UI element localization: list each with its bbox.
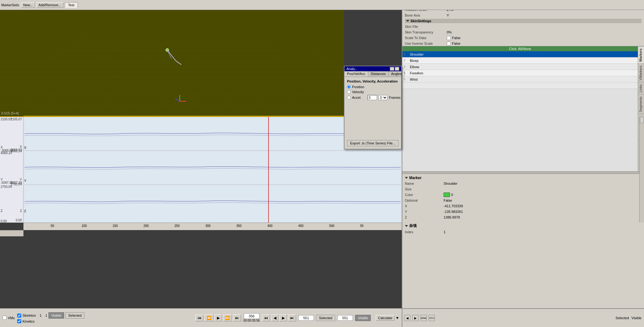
transport-to-end[interactable]: ⏭: [233, 314, 241, 321]
skeleton-selected-btn[interactable]: Selected: [65, 312, 84, 319]
vms-checkbox[interactable]: [3, 316, 7, 320]
graph-yval-1: 2105.07: [1, 118, 12, 121]
transport-play[interactable]: ▶: [214, 314, 222, 321]
total-frames2: 551: [337, 315, 353, 321]
vtab-segments[interactable]: Segments: [638, 94, 644, 114]
status-bar: [0, 230, 23, 236]
ruler-tick-350: 350: [236, 224, 242, 228]
export-btn[interactable]: Export .ts (Time Series) File...: [347, 140, 399, 146]
transport-end2[interactable]: ⏭: [288, 314, 296, 321]
mp-name-value: Shoulder: [444, 182, 457, 185]
transport-next-frame[interactable]: ⏩: [223, 314, 232, 321]
kinetics-checkbox[interactable]: [17, 319, 21, 323]
triangle-icon: [406, 20, 409, 22]
panel-separator[interactable]: [402, 171, 644, 174]
new-button[interactable]: New...: [21, 2, 35, 8]
use-inverse-scale-checkbox[interactable]: [447, 42, 451, 46]
tab-posvelacc[interactable]: Pos/Vel/Acc: [345, 71, 368, 77]
transport-prev-frame[interactable]: ⏪: [204, 314, 214, 321]
tab-angles[interactable]: Angles: [389, 71, 405, 77]
scale-to-data-checkbox[interactable]: [447, 36, 451, 40]
nav-stu[interactable]: STU: [429, 315, 435, 321]
mp-index-label: Index: [405, 230, 442, 234]
velocity-label: Velocity: [352, 90, 364, 94]
svg-rect-39: [25, 185, 401, 223]
accel-label: Accel.: [352, 96, 361, 99]
top-toolbar: MarkerSets: New... Add/Remove... Test: [0, 0, 644, 10]
marker-properties: Marker Name Shoulder Size Color 0 Option…: [402, 174, 644, 324]
marker-item-empty[interactable]: [402, 83, 638, 89]
marker-item[interactable]: 4ForeArm: [402, 70, 638, 76]
transport-start2[interactable]: ⏮: [262, 314, 270, 321]
ruler-tick-55: 55: [360, 224, 364, 228]
vtab-links[interactable]: Links: [638, 82, 644, 94]
nav-right2[interactable]: WNE: [420, 315, 427, 321]
skeleton-group: Skeleton 1 1 Visible Selected: [17, 312, 84, 319]
mp-name-label: Name: [405, 182, 442, 185]
mp-color-value: 0: [451, 193, 453, 197]
accel-radio[interactable]: [347, 96, 351, 99]
total-frames1: 551: [298, 315, 314, 321]
dialog-spacer: [347, 101, 399, 139]
scale-to-data-value: False: [452, 36, 460, 40]
scrollbar-thumb[interactable]: [640, 117, 644, 123]
add-remove-button[interactable]: Add/Remove...: [36, 2, 63, 8]
calculate-dropdown[interactable]: ▼: [395, 316, 399, 320]
nav-right1[interactable]: ▶: [412, 315, 419, 321]
ruler-tick-500: 500: [329, 224, 335, 228]
frames-label: Frames: [389, 96, 400, 99]
skeleton-val1: 1: [40, 314, 42, 317]
graph-yval-6: 0.00: [1, 219, 7, 223]
marker-item[interactable]: 3Elbow: [402, 64, 638, 70]
dialog-minimize-btn[interactable]: —: [390, 67, 394, 71]
position-radio[interactable]: [347, 85, 351, 89]
markersets-label: MarkerSets:: [1, 3, 20, 7]
grid-svg: [0, 10, 344, 116]
x-section-label: X: [24, 146, 26, 149]
marker-item[interactable]: 1Shoulder: [402, 51, 638, 58]
current-frame-display: 356: [244, 313, 259, 319]
skeleton-visible-btn[interactable]: Visible: [48, 312, 64, 319]
z-section-label: Z: [24, 209, 26, 213]
vtab-vmarkers[interactable]: VMarkers: [638, 63, 644, 82]
click-all-none-bar[interactable]: Click: All/None: [402, 46, 638, 51]
mp-x-value: -411.703339: [444, 204, 463, 208]
frames-dropdown[interactable]: 3: [378, 95, 388, 100]
nav-left[interactable]: ◀: [404, 315, 410, 321]
marker-item[interactable]: 5Wrist: [402, 76, 638, 83]
timeline-ruler: 50 100 150 200 250 300 350 400 450 500 5…: [23, 223, 402, 230]
y-axis-labels: 2105.07 X -3068.03 4068.24 Y -5097.39 27…: [0, 117, 23, 223]
vtab-markers[interactable]: Markers: [638, 46, 644, 63]
dialog-close-btn[interactable]: ✕: [395, 67, 399, 71]
tab-test[interactable]: Test: [65, 2, 78, 8]
misc-header-label: 杂项: [409, 223, 417, 229]
visible-btn2[interactable]: Visible: [355, 315, 371, 321]
selected-btn2[interactable]: Selected: [316, 315, 335, 321]
mp-optional-value: False: [444, 199, 452, 202]
dialog-tabs: Pos/Vel/Acc Distances Angles: [345, 71, 401, 77]
marker-header-label: Marker: [409, 176, 421, 180]
viewport-status: 0.515 (5+4): [1, 111, 19, 115]
mp-size-label: Size: [405, 187, 442, 191]
dialog-body: Position, Velocity, Acceleration Positio…: [345, 77, 401, 149]
timeline-area[interactable]: 2105.07 X -3068.03 4068.24 Y -5097.39 27…: [0, 116, 402, 223]
velocity-radio[interactable]: [347, 90, 351, 94]
skin-transparency-label: Skin Transparency: [405, 30, 445, 34]
dialog-titlebar: Analy... — ✕: [345, 66, 401, 71]
transport-prev2[interactable]: ◀: [271, 314, 279, 321]
calculate-btn[interactable]: Calculate: [376, 315, 395, 321]
mp-y-value: -135.983261: [444, 210, 463, 214]
frames-input[interactable]: [368, 95, 377, 100]
skeleton-checkbox[interactable]: [17, 314, 21, 318]
skin-settings-header[interactable]: SkinSettings: [405, 19, 641, 23]
transport-next2[interactable]: ▶: [279, 314, 287, 321]
graph-scrollbar[interactable]: [639, 116, 644, 223]
marker-items-container: 1Shoulder2Bicep3Elbow4ForeArm5Wrist: [402, 51, 638, 83]
transport-to-start[interactable]: ⏮: [195, 314, 204, 321]
ruler-tick-300: 300: [205, 224, 211, 228]
marker-item[interactable]: 2Bicep: [402, 58, 638, 64]
dialog-titlebar-icons: — ✕: [390, 67, 399, 71]
mp-color-label: Color: [405, 193, 442, 197]
svg-rect-38: [25, 151, 401, 184]
tab-distances[interactable]: Distances: [368, 71, 389, 77]
